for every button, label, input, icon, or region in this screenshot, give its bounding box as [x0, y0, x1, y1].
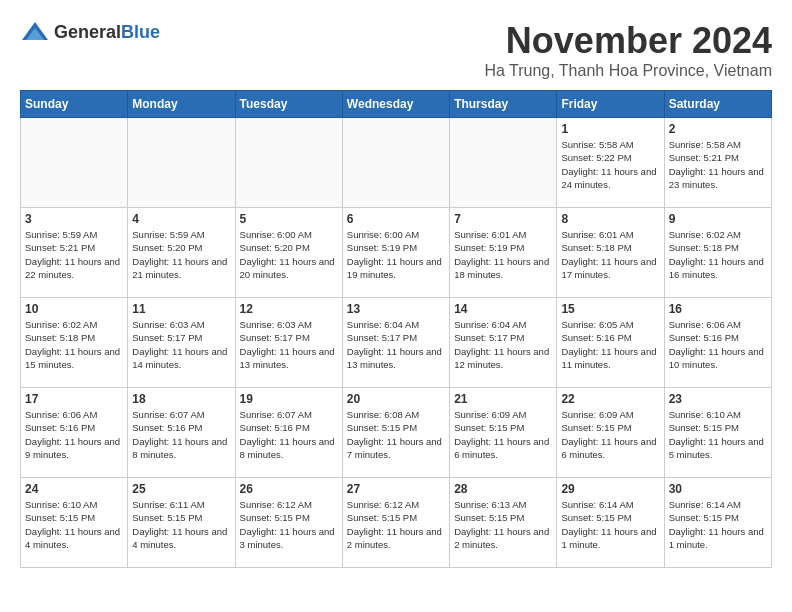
- calendar-cell: 15Sunrise: 6:05 AM Sunset: 5:16 PM Dayli…: [557, 298, 664, 388]
- calendar-cell: 13Sunrise: 6:04 AM Sunset: 5:17 PM Dayli…: [342, 298, 449, 388]
- page-header: GeneralBlue November 2024 Ha Trung, Than…: [20, 20, 772, 80]
- calendar-cell: 6Sunrise: 6:00 AM Sunset: 5:19 PM Daylig…: [342, 208, 449, 298]
- calendar-cell: 9Sunrise: 6:02 AM Sunset: 5:18 PM Daylig…: [664, 208, 771, 298]
- calendar-cell: 19Sunrise: 6:07 AM Sunset: 5:16 PM Dayli…: [235, 388, 342, 478]
- calendar-cell: [235, 118, 342, 208]
- calendar-week-3: 10Sunrise: 6:02 AM Sunset: 5:18 PM Dayli…: [21, 298, 772, 388]
- day-info: Sunrise: 6:10 AM Sunset: 5:15 PM Dayligh…: [669, 408, 767, 461]
- day-number: 20: [347, 392, 445, 406]
- day-info: Sunrise: 6:01 AM Sunset: 5:18 PM Dayligh…: [561, 228, 659, 281]
- calendar-cell: 7Sunrise: 6:01 AM Sunset: 5:19 PM Daylig…: [450, 208, 557, 298]
- calendar-cell: 12Sunrise: 6:03 AM Sunset: 5:17 PM Dayli…: [235, 298, 342, 388]
- calendar-cell: [128, 118, 235, 208]
- day-info: Sunrise: 6:00 AM Sunset: 5:20 PM Dayligh…: [240, 228, 338, 281]
- day-info: Sunrise: 6:00 AM Sunset: 5:19 PM Dayligh…: [347, 228, 445, 281]
- day-number: 4: [132, 212, 230, 226]
- day-info: Sunrise: 5:59 AM Sunset: 5:21 PM Dayligh…: [25, 228, 123, 281]
- calendar-cell: [450, 118, 557, 208]
- weekday-header-saturday: Saturday: [664, 91, 771, 118]
- location-title: Ha Trung, Thanh Hoa Province, Vietnam: [484, 62, 772, 80]
- weekday-header-sunday: Sunday: [21, 91, 128, 118]
- calendar-cell: 28Sunrise: 6:13 AM Sunset: 5:15 PM Dayli…: [450, 478, 557, 568]
- calendar-cell: [342, 118, 449, 208]
- day-info: Sunrise: 6:13 AM Sunset: 5:15 PM Dayligh…: [454, 498, 552, 551]
- calendar-cell: 29Sunrise: 6:14 AM Sunset: 5:15 PM Dayli…: [557, 478, 664, 568]
- day-number: 25: [132, 482, 230, 496]
- calendar-table: SundayMondayTuesdayWednesdayThursdayFrid…: [20, 90, 772, 568]
- day-info: Sunrise: 6:03 AM Sunset: 5:17 PM Dayligh…: [240, 318, 338, 371]
- day-info: Sunrise: 6:09 AM Sunset: 5:15 PM Dayligh…: [561, 408, 659, 461]
- weekday-header-thursday: Thursday: [450, 91, 557, 118]
- day-number: 21: [454, 392, 552, 406]
- calendar-cell: 3Sunrise: 5:59 AM Sunset: 5:21 PM Daylig…: [21, 208, 128, 298]
- calendar-cell: 10Sunrise: 6:02 AM Sunset: 5:18 PM Dayli…: [21, 298, 128, 388]
- calendar-cell: 24Sunrise: 6:10 AM Sunset: 5:15 PM Dayli…: [21, 478, 128, 568]
- day-info: Sunrise: 6:05 AM Sunset: 5:16 PM Dayligh…: [561, 318, 659, 371]
- day-number: 19: [240, 392, 338, 406]
- day-number: 13: [347, 302, 445, 316]
- day-number: 27: [347, 482, 445, 496]
- day-info: Sunrise: 6:02 AM Sunset: 5:18 PM Dayligh…: [25, 318, 123, 371]
- day-info: Sunrise: 6:10 AM Sunset: 5:15 PM Dayligh…: [25, 498, 123, 551]
- calendar-week-2: 3Sunrise: 5:59 AM Sunset: 5:21 PM Daylig…: [21, 208, 772, 298]
- calendar-cell: 14Sunrise: 6:04 AM Sunset: 5:17 PM Dayli…: [450, 298, 557, 388]
- calendar-cell: 1Sunrise: 5:58 AM Sunset: 5:22 PM Daylig…: [557, 118, 664, 208]
- day-info: Sunrise: 6:07 AM Sunset: 5:16 PM Dayligh…: [240, 408, 338, 461]
- calendar-cell: 22Sunrise: 6:09 AM Sunset: 5:15 PM Dayli…: [557, 388, 664, 478]
- day-info: Sunrise: 6:07 AM Sunset: 5:16 PM Dayligh…: [132, 408, 230, 461]
- day-info: Sunrise: 6:12 AM Sunset: 5:15 PM Dayligh…: [240, 498, 338, 551]
- day-number: 16: [669, 302, 767, 316]
- calendar-cell: 30Sunrise: 6:14 AM Sunset: 5:15 PM Dayli…: [664, 478, 771, 568]
- day-info: Sunrise: 6:02 AM Sunset: 5:18 PM Dayligh…: [669, 228, 767, 281]
- logo: GeneralBlue: [20, 20, 160, 44]
- calendar-cell: 23Sunrise: 6:10 AM Sunset: 5:15 PM Dayli…: [664, 388, 771, 478]
- calendar-cell: [21, 118, 128, 208]
- day-number: 8: [561, 212, 659, 226]
- calendar-week-5: 24Sunrise: 6:10 AM Sunset: 5:15 PM Dayli…: [21, 478, 772, 568]
- day-number: 29: [561, 482, 659, 496]
- weekday-header-tuesday: Tuesday: [235, 91, 342, 118]
- day-info: Sunrise: 6:04 AM Sunset: 5:17 PM Dayligh…: [454, 318, 552, 371]
- day-number: 28: [454, 482, 552, 496]
- calendar-cell: 5Sunrise: 6:00 AM Sunset: 5:20 PM Daylig…: [235, 208, 342, 298]
- day-number: 26: [240, 482, 338, 496]
- day-number: 11: [132, 302, 230, 316]
- day-info: Sunrise: 5:58 AM Sunset: 5:22 PM Dayligh…: [561, 138, 659, 191]
- day-number: 30: [669, 482, 767, 496]
- day-info: Sunrise: 6:09 AM Sunset: 5:15 PM Dayligh…: [454, 408, 552, 461]
- calendar-cell: 17Sunrise: 6:06 AM Sunset: 5:16 PM Dayli…: [21, 388, 128, 478]
- day-info: Sunrise: 6:12 AM Sunset: 5:15 PM Dayligh…: [347, 498, 445, 551]
- title-section: November 2024 Ha Trung, Thanh Hoa Provin…: [484, 20, 772, 80]
- logo-blue: Blue: [121, 22, 160, 42]
- calendar-cell: 20Sunrise: 6:08 AM Sunset: 5:15 PM Dayli…: [342, 388, 449, 478]
- day-number: 6: [347, 212, 445, 226]
- day-info: Sunrise: 6:03 AM Sunset: 5:17 PM Dayligh…: [132, 318, 230, 371]
- day-number: 14: [454, 302, 552, 316]
- month-title: November 2024: [484, 20, 772, 62]
- day-info: Sunrise: 6:06 AM Sunset: 5:16 PM Dayligh…: [669, 318, 767, 371]
- calendar-cell: 4Sunrise: 5:59 AM Sunset: 5:20 PM Daylig…: [128, 208, 235, 298]
- weekday-header-wednesday: Wednesday: [342, 91, 449, 118]
- day-info: Sunrise: 6:11 AM Sunset: 5:15 PM Dayligh…: [132, 498, 230, 551]
- day-number: 17: [25, 392, 123, 406]
- calendar-cell: 11Sunrise: 6:03 AM Sunset: 5:17 PM Dayli…: [128, 298, 235, 388]
- day-number: 2: [669, 122, 767, 136]
- weekday-header-monday: Monday: [128, 91, 235, 118]
- calendar-week-1: 1Sunrise: 5:58 AM Sunset: 5:22 PM Daylig…: [21, 118, 772, 208]
- logo-icon: [20, 20, 50, 44]
- calendar-cell: 27Sunrise: 6:12 AM Sunset: 5:15 PM Dayli…: [342, 478, 449, 568]
- weekday-header-row: SundayMondayTuesdayWednesdayThursdayFrid…: [21, 91, 772, 118]
- calendar-cell: 8Sunrise: 6:01 AM Sunset: 5:18 PM Daylig…: [557, 208, 664, 298]
- day-number: 15: [561, 302, 659, 316]
- day-info: Sunrise: 6:14 AM Sunset: 5:15 PM Dayligh…: [669, 498, 767, 551]
- calendar-cell: 2Sunrise: 5:58 AM Sunset: 5:21 PM Daylig…: [664, 118, 771, 208]
- day-info: Sunrise: 6:08 AM Sunset: 5:15 PM Dayligh…: [347, 408, 445, 461]
- day-number: 22: [561, 392, 659, 406]
- day-number: 24: [25, 482, 123, 496]
- calendar-cell: 21Sunrise: 6:09 AM Sunset: 5:15 PM Dayli…: [450, 388, 557, 478]
- calendar-week-4: 17Sunrise: 6:06 AM Sunset: 5:16 PM Dayli…: [21, 388, 772, 478]
- day-number: 12: [240, 302, 338, 316]
- weekday-header-friday: Friday: [557, 91, 664, 118]
- calendar-cell: 25Sunrise: 6:11 AM Sunset: 5:15 PM Dayli…: [128, 478, 235, 568]
- day-info: Sunrise: 6:14 AM Sunset: 5:15 PM Dayligh…: [561, 498, 659, 551]
